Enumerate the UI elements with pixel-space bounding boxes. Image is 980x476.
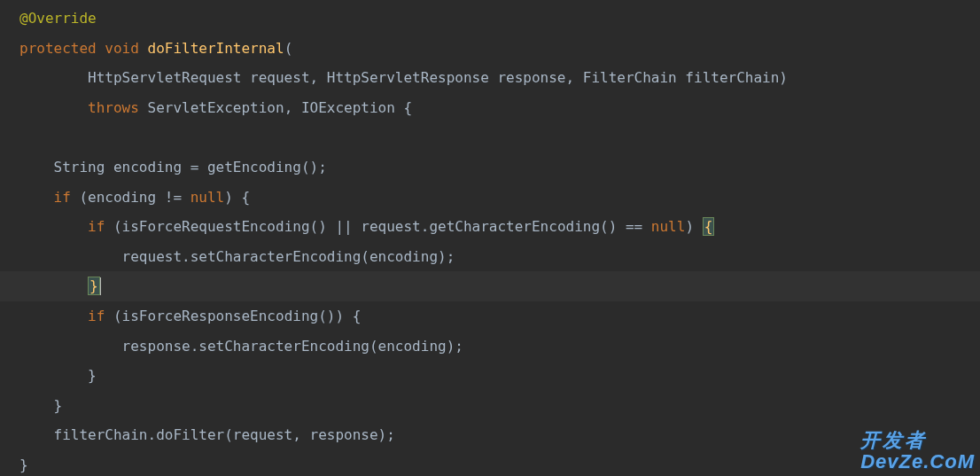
code-line-2[interactable]: HttpServletRequest request, HttpServletR… (0, 63, 980, 93)
code-line-7[interactable]: if (isForceRequestEncoding() || request.… (0, 212, 980, 242)
code-editor[interactable]: @Overrideprotected void doFilterInternal… (0, 4, 980, 476)
token-type: FilterChain filterChain (583, 69, 780, 86)
code-line-0[interactable]: @Override (0, 4, 980, 34)
token-punct: , (566, 69, 583, 86)
code-line-13[interactable]: } (0, 391, 980, 421)
token-punct: , (284, 99, 301, 116)
token-null-kw: null (651, 218, 686, 235)
code-line-3[interactable]: throws ServletException, IOException { (0, 93, 980, 123)
token-type: HttpServletResponse response (327, 69, 566, 86)
token-punct: ) (779, 69, 788, 86)
code-line-10[interactable]: if (isForceResponseEncoding()) { (0, 301, 980, 332)
token-keyword: if (54, 189, 80, 206)
code-line-15[interactable]: } (0, 450, 980, 476)
code-line-8[interactable]: request.setCharacterEncoding(encoding); (0, 242, 980, 272)
token-keyword: if (88, 218, 113, 235)
token-string-type: String encoding = getEncoding(); (54, 159, 327, 176)
text-caret (100, 277, 101, 295)
code-line-1[interactable]: protected void doFilterInternal( (0, 34, 980, 64)
code-line-5[interactable]: String encoding = getEncoding(); (0, 152, 980, 183)
token-keyword: protected void (19, 40, 148, 57)
code-line-14[interactable]: filterChain.doFilter(request, response); (0, 420, 980, 450)
token-identifier: filterChain.doFilter(request (54, 426, 293, 443)
token-punct: , (310, 69, 327, 86)
token-type: ServletException (148, 99, 284, 116)
token-type: IOException (301, 99, 404, 116)
token-punct: ) (685, 218, 702, 235)
code-line-12[interactable]: } (0, 361, 980, 391)
token-punct: (isForceRequestEncoding() || request.get… (113, 218, 651, 235)
token-type: HttpServletRequest request (88, 69, 309, 86)
token-keyword: throws (88, 99, 147, 116)
token-punct: } (19, 456, 28, 473)
token-keyword: if (88, 308, 113, 324)
token-punct: } (88, 367, 97, 384)
token-identifier: response.setCharacterEncoding(encoding); (122, 338, 463, 355)
token-identifier: request.setCharacterEncoding(encoding); (122, 248, 455, 265)
code-line-9[interactable]: } (0, 271, 980, 301)
code-line-6[interactable]: if (encoding != null) { (0, 183, 980, 213)
token-punct: (isForceResponseEncoding()) { (113, 308, 361, 324)
token-punct: (encoding != (79, 189, 190, 206)
token-punct: ( (284, 40, 293, 57)
token-punct: } (54, 397, 63, 414)
token-identifier: response); (310, 426, 395, 443)
token-punct: , (292, 426, 309, 443)
code-line-4[interactable] (0, 122, 980, 152)
token-null-kw: null (191, 189, 225, 206)
token-punct: ) { (224, 189, 250, 206)
token-brace-highlight: } (88, 277, 100, 295)
token-punct: { (403, 99, 412, 116)
token-brace-highlight: { (703, 217, 715, 236)
token-annotation: @Override (19, 10, 97, 27)
code-line-11[interactable]: response.setCharacterEncoding(encoding); (0, 332, 980, 362)
token-method-def: doFilterInternal (148, 40, 284, 57)
